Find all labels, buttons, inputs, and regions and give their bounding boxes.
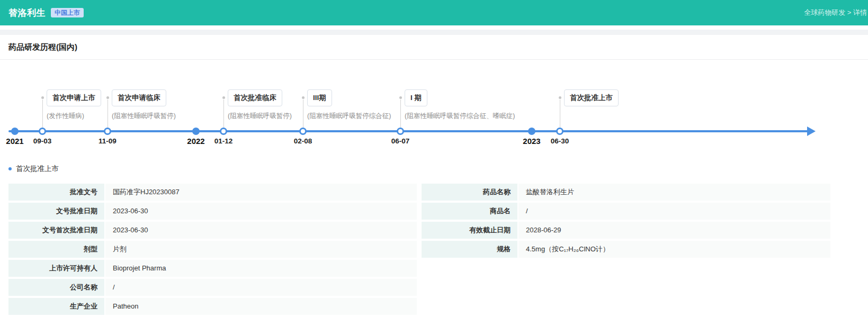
milestone-connector-dot-icon	[302, 96, 305, 99]
table-row: 文号批准日期2023-06-30	[8, 203, 417, 220]
table-row: 上市许可持有人Bioprojet Pharma	[8, 260, 417, 277]
field-value: 2028-06-29	[518, 222, 830, 239]
field-value: 2023-06-30	[105, 203, 417, 220]
milestone-node[interactable]	[556, 128, 563, 135]
table-row: 生产企业Patheon	[8, 298, 417, 315]
milestone-connector	[42, 99, 43, 130]
milestone-node[interactable]	[104, 128, 111, 135]
timeline-year-node	[192, 128, 200, 135]
timeline-arrow-icon	[807, 126, 816, 136]
detail-table-left: 批准文号国药准字HJ20230087文号批准日期2023-06-30文号首次批准…	[8, 184, 417, 315]
milestone-connector-dot-icon	[41, 96, 44, 99]
milestone-indication: (阻塞性睡眠呼吸暂停综合征、嗜眠症)	[405, 112, 515, 121]
milestone-node[interactable]	[39, 128, 46, 135]
milestone-connector	[400, 99, 401, 130]
header-spacer	[0, 25, 868, 30]
milestone-node[interactable]	[299, 128, 307, 135]
table-row: 批准文号国药准字HJ20230087	[8, 184, 417, 201]
content-card: 药品研发历程(国内) 202120222023首次申请上市(发作性睡病)09-0…	[0, 35, 868, 335]
milestone-date: 06-07	[379, 137, 422, 145]
field-label: 规格	[422, 241, 517, 258]
field-label: 文号批准日期	[8, 203, 104, 220]
field-value: 片剂	[105, 241, 417, 258]
app-header: 替洛利生 中国上市 全球药物研发 > 详情	[0, 0, 868, 25]
milestone-date: 06-30	[539, 137, 581, 145]
milestone-connector-dot-icon	[399, 96, 402, 99]
milestone-connector	[303, 99, 303, 130]
table-row: 药品名称盐酸替洛利生片	[422, 184, 830, 201]
table-row: 文号首次批准日期2023-06-30	[8, 222, 417, 239]
milestone-box[interactable]: 首次申请临床	[112, 89, 166, 106]
table-row: 有效截止日期2028-06-29	[422, 222, 830, 239]
field-label: 有效截止日期	[422, 222, 517, 239]
milestone-date: 01-12	[202, 137, 245, 145]
timeline: 202120222023首次申请上市(发作性睡病)09-03首次申请临床(阻塞性…	[0, 60, 868, 155]
detail-section-header: 首次批准上市	[8, 164, 868, 174]
field-value: Bioprojet Pharma	[105, 260, 417, 277]
milestone-box[interactable]: 首次批准临床	[228, 89, 282, 106]
milestone-connector	[223, 99, 224, 130]
milestone-node[interactable]	[220, 128, 227, 135]
detail-tables: 批准文号国药准字HJ20230087文号批准日期2023-06-30文号首次批准…	[8, 184, 868, 315]
table-row: 商品名/	[422, 203, 830, 220]
milestone-connector	[108, 99, 108, 130]
field-value: Patheon	[105, 298, 417, 315]
milestone-box[interactable]: 首次申请上市	[47, 89, 101, 106]
milestone-connector-dot-icon	[106, 96, 109, 99]
milestone-date: 02-08	[282, 137, 324, 145]
milestone-indication: (阻塞性睡眠呼吸暂停)	[112, 112, 176, 121]
milestone-box[interactable]: I 期	[405, 89, 427, 106]
milestone-box[interactable]: 首次批准上市	[564, 89, 619, 106]
field-value: 4.5mg（按C₁₇H₂₆ClNO计）	[518, 241, 830, 258]
milestone-indication: (阻塞性睡眠呼吸暂停)	[228, 112, 292, 121]
milestone-connector	[560, 99, 560, 130]
field-label: 公司名称	[8, 279, 104, 296]
page-gap	[0, 30, 868, 35]
milestone-box[interactable]: III期	[307, 89, 332, 106]
timeline-year-node	[11, 128, 19, 135]
field-value: /	[518, 203, 830, 220]
page-title: 药品研发历程(国内)	[0, 35, 868, 60]
drug-title: 替洛利生	[8, 7, 46, 19]
milestone-indication: (阻塞性睡眠呼吸暂停综合征)	[307, 112, 391, 121]
field-value: /	[105, 279, 417, 296]
milestone-connector-dot-icon	[559, 96, 561, 99]
field-label: 剂型	[8, 241, 104, 258]
milestone-date: 11-09	[86, 137, 129, 145]
milestone-date: 09-03	[21, 137, 64, 145]
timeline-line	[8, 130, 809, 132]
table-row: 规格4.5mg（按C₁₇H₂₆ClNO计）	[422, 241, 830, 258]
detail-table-right: 药品名称盐酸替洛利生片商品名/有效截止日期2028-06-29规格4.5mg（按…	[422, 184, 830, 258]
milestone-indication: (发作性睡病)	[47, 112, 84, 121]
breadcrumb[interactable]: 全球药物研发 > 详情	[804, 0, 868, 25]
timeline-year-node	[528, 128, 535, 135]
table-row: 公司名称/	[8, 279, 417, 296]
field-label: 生产企业	[8, 298, 104, 315]
field-label: 药品名称	[422, 184, 517, 201]
status-badge: 中国上市	[51, 8, 84, 17]
milestone-node[interactable]	[397, 128, 404, 135]
detail-section-label: 首次批准上市	[16, 164, 59, 174]
field-label: 上市许可持有人	[8, 260, 104, 277]
field-label: 批准文号	[8, 184, 104, 201]
field-value: 盐酸替洛利生片	[518, 184, 830, 201]
field-value: 国药准字HJ20230087	[105, 184, 417, 201]
milestone-connector-dot-icon	[222, 96, 225, 99]
field-value: 2023-06-30	[105, 222, 417, 239]
table-row: 剂型片剂	[8, 241, 417, 258]
bullet-dot-icon	[8, 167, 12, 170]
field-label: 商品名	[422, 203, 517, 220]
field-label: 文号首次批准日期	[8, 222, 104, 239]
